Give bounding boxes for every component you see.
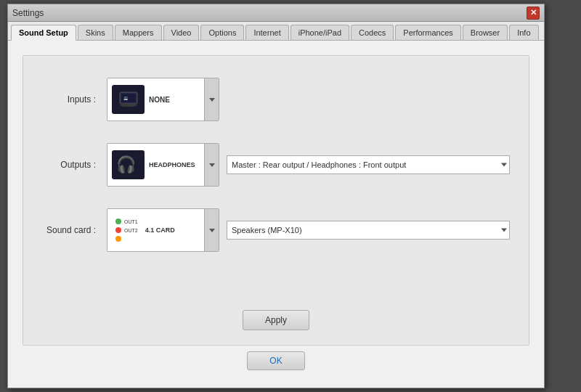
- inputs-row: Inputs : 💻 NONE: [38, 78, 514, 121]
- close-button[interactable]: ✕: [527, 7, 540, 20]
- tab-performances[interactable]: Performances: [395, 25, 460, 40]
- tab-codecs[interactable]: Codecs: [351, 25, 394, 40]
- port-row-out1: OUT1: [115, 218, 138, 225]
- svg-text:💻: 💻: [123, 96, 129, 101]
- inner-panel: Inputs : 💻 NONE: [23, 55, 529, 346]
- sound-card-row: Sound card : OUT1: [38, 208, 514, 252]
- tab-browser[interactable]: Browser: [463, 25, 508, 40]
- inputs-dropdown-arrow[interactable]: [204, 78, 219, 121]
- sound-card-ports: OUT1 OUT2: [112, 215, 141, 245]
- inputs-icon: 💻: [112, 85, 145, 114]
- sound-card-icon-group: OUT1 OUT2: [112, 215, 141, 245]
- port-label-out1: OUT1: [124, 219, 138, 224]
- outputs-select-wrapper: Master : Rear output / Headphones : Fron…: [227, 155, 510, 174]
- outputs-dropdown-arrow[interactable]: [204, 144, 219, 186]
- inputs-arrow-icon: [209, 98, 215, 102]
- tab-sound-setup[interactable]: Sound Setup: [11, 25, 76, 41]
- sound-card-select[interactable]: Speakers (MP-X10): [227, 221, 510, 240]
- outputs-selected-label: HEADPHONES: [149, 161, 195, 168]
- tabs-bar: Sound Setup Skins Mappers Video Options …: [8, 22, 544, 41]
- sound-card-arrow-icon: [209, 229, 215, 232]
- outputs-select[interactable]: Master : Rear output / Headphones : Fron…: [227, 155, 510, 174]
- inputs-label: Inputs :: [38, 94, 96, 105]
- apply-button[interactable]: Apply: [243, 310, 309, 330]
- outputs-dropdown-box[interactable]: 🎧 HEADPHONES: [107, 143, 219, 187]
- title-bar: Settings ✕: [8, 4, 544, 22]
- outputs-icon: 🎧: [112, 150, 145, 179]
- inputs-dropdown-box[interactable]: 💻 NONE: [107, 78, 219, 121]
- outputs-row: Outputs : 🎧 HEADPHONES: [38, 143, 514, 187]
- laptop-icon: 💻: [118, 89, 139, 110]
- settings-window: Settings ✕ Sound Setup Skins Mappers Vid…: [7, 4, 545, 388]
- sound-card-dropdown-arrow[interactable]: [204, 209, 219, 251]
- apply-btn-wrapper: Apply: [38, 295, 514, 330]
- sound-card-selected-label: 4.1 CARD: [145, 226, 175, 234]
- tab-internet[interactable]: Internet: [245, 25, 288, 40]
- tab-video[interactable]: Video: [163, 25, 200, 40]
- headphones-icon: 🎧: [115, 151, 142, 179]
- svg-text:🎧: 🎧: [116, 155, 137, 174]
- outputs-label: Outputs :: [38, 160, 96, 170]
- svg-point-2: [120, 104, 137, 107]
- inputs-selected-label: NONE: [149, 96, 170, 104]
- tab-iphone-ipad[interactable]: iPhone/iPad: [290, 25, 349, 40]
- tab-skins[interactable]: Skins: [78, 25, 113, 40]
- outputs-box-content: 🎧 HEADPHONES: [107, 147, 204, 182]
- tab-options[interactable]: Options: [200, 25, 244, 40]
- sound-card-box-content: OUT1 OUT2 4.1 CARD: [107, 212, 204, 248]
- tab-mappers[interactable]: Mappers: [115, 25, 162, 40]
- sound-card-dropdown-box[interactable]: OUT1 OUT2 4.1 CARD: [107, 208, 219, 252]
- port-dot-red: [115, 227, 121, 233]
- inputs-box-content: 💻 NONE: [107, 82, 204, 117]
- sound-card-select-wrapper: Speakers (MP-X10): [227, 221, 510, 240]
- port-row-out2: OUT2: [115, 226, 138, 234]
- ok-button[interactable]: OK: [247, 351, 304, 370]
- port-row-out3: [115, 235, 122, 242]
- window-title: Settings: [12, 8, 44, 18]
- outputs-arrow-icon: [209, 163, 215, 167]
- sound-card-label: Sound card :: [38, 225, 96, 235]
- content-area: Inputs : 💻 NONE: [8, 41, 544, 385]
- port-dot-green: [115, 219, 121, 224]
- port-label-out2: OUT2: [124, 228, 138, 233]
- tab-info[interactable]: Info: [509, 25, 538, 40]
- port-dot-orange: [115, 236, 121, 242]
